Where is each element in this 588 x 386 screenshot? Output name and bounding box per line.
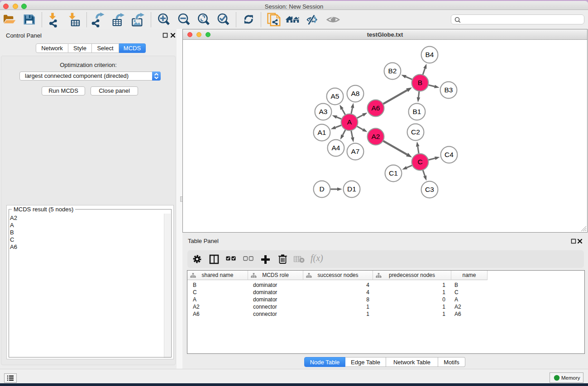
svg-text:D1: D1 [347, 185, 356, 193]
svg-text:B: B [418, 79, 422, 86]
svg-text:A6: A6 [372, 104, 380, 112]
svg-text:C2: C2 [411, 128, 420, 136]
svg-text:A4: A4 [332, 144, 340, 152]
svg-text:B2: B2 [388, 67, 397, 75]
svg-text:C: C [417, 158, 422, 166]
svg-text:C3: C3 [425, 186, 434, 193]
svg-text:D: D [319, 185, 324, 193]
svg-text:A5: A5 [331, 92, 339, 100]
svg-text:B4: B4 [425, 51, 434, 58]
svg-text:A1: A1 [318, 129, 326, 136]
svg-text:B3: B3 [445, 86, 453, 94]
svg-text:B1: B1 [413, 108, 421, 115]
svg-text:C1: C1 [389, 169, 398, 177]
svg-text:A: A [347, 118, 352, 126]
svg-text:A7: A7 [351, 148, 360, 155]
svg-text:C4: C4 [445, 151, 454, 158]
svg-text:A2: A2 [372, 133, 380, 140]
svg-text:A3: A3 [319, 108, 328, 115]
svg-text:A8: A8 [351, 90, 360, 97]
